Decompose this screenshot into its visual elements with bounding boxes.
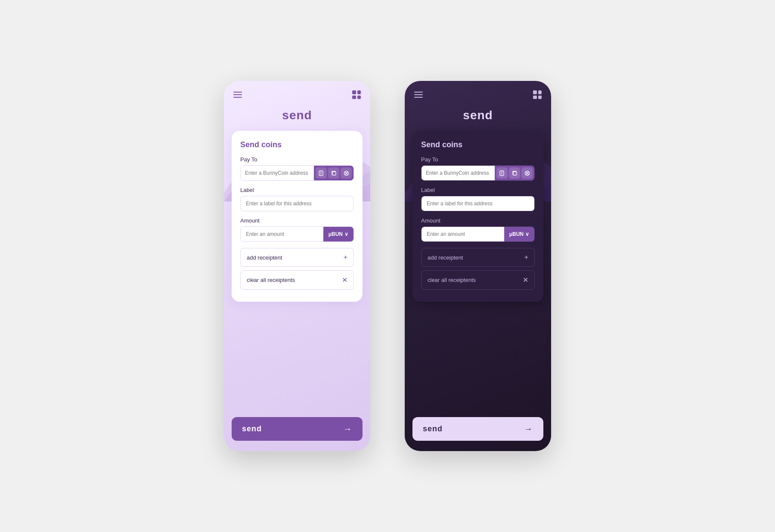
label-section-light: Label <box>240 187 354 211</box>
currency-chevron-dark: ∨ <box>525 231 529 237</box>
currency-button-dark[interactable]: μBUN ∨ <box>504 227 534 241</box>
add-recipient-row-dark[interactable]: add receiptent + <box>421 248 535 267</box>
send-card-light: Send coins Pay To <box>232 131 363 302</box>
amount-input-dark[interactable] <box>422 227 504 241</box>
arrow-icon-light: → <box>343 424 352 434</box>
address-input-dark[interactable] <box>422 166 495 180</box>
send-button-dark[interactable]: send → <box>412 417 543 441</box>
currency-button-light[interactable]: μBUN ∨ <box>323 227 353 241</box>
card-title-dark: Send coins <box>421 140 535 149</box>
page-wrapper: send Send coins Pay To <box>0 55 775 477</box>
svg-rect-18 <box>513 172 517 175</box>
send-card-dark: Send coins Pay To <box>412 131 543 302</box>
address-input-row-dark <box>421 165 535 181</box>
add-recipient-text-dark: add receiptent <box>428 254 463 261</box>
clear-address-icon-dark[interactable] <box>521 167 533 179</box>
add-icon-dark[interactable]: + <box>524 254 528 261</box>
pay-to-section-light: Pay To <box>240 156 354 181</box>
pay-to-label-dark: Pay To <box>421 156 535 163</box>
close-icon-light[interactable]: ✕ <box>342 276 347 284</box>
send-btn-label-dark: send <box>423 424 443 433</box>
send-btn-label-light: send <box>242 424 262 433</box>
close-icon-dark[interactable]: ✕ <box>523 276 528 284</box>
amount-row-light: μBUN ∨ <box>240 226 354 242</box>
add-recipient-text-light: add receiptent <box>247 254 282 261</box>
clear-all-row-dark[interactable]: clear all receiptents ✕ <box>421 270 535 290</box>
amount-section-dark: Amount μBUN ∨ <box>421 217 535 242</box>
pay-to-label-light: Pay To <box>240 156 354 163</box>
grid-icon-dark[interactable] <box>533 90 542 99</box>
amount-label-light: Amount <box>240 217 354 224</box>
label-label-dark: Label <box>421 187 535 193</box>
send-btn-area-dark: send → <box>405 408 551 451</box>
copy-icon-light[interactable] <box>328 167 339 179</box>
amount-section-light: Amount μBUN ∨ <box>240 217 354 242</box>
clear-all-row-light[interactable]: clear all receiptents ✕ <box>240 270 354 290</box>
label-label-light: Label <box>240 187 354 193</box>
label-section-dark: Label <box>421 187 535 211</box>
page-title-light: send <box>224 104 370 131</box>
amount-label-dark: Amount <box>421 217 535 224</box>
address-icon-group-light <box>314 166 353 180</box>
hamburger-icon-dark[interactable] <box>414 92 423 98</box>
card-title-light: Send coins <box>240 140 354 149</box>
phone-light: send Send coins Pay To <box>224 81 370 451</box>
header-dark <box>405 81 551 104</box>
address-book-icon-dark[interactable] <box>496 167 508 179</box>
clear-all-text-dark: clear all receiptents <box>428 277 476 283</box>
address-input-row-light <box>240 165 354 181</box>
clear-address-icon-light[interactable] <box>341 167 352 179</box>
grid-icon-light[interactable] <box>352 90 361 99</box>
svg-rect-7 <box>332 172 336 175</box>
hamburger-icon-light[interactable] <box>233 92 242 98</box>
arrow-icon-dark: → <box>524 424 533 434</box>
phone-dark: send Send coins Pay To <box>405 81 551 451</box>
address-book-icon-light[interactable] <box>316 167 327 179</box>
clear-all-text-light: clear all receiptents <box>247 277 295 283</box>
page-title-dark: send <box>405 104 551 131</box>
copy-icon-dark[interactable] <box>509 167 520 179</box>
send-btn-area-light: send → <box>224 408 370 451</box>
add-icon-light[interactable]: + <box>344 254 347 261</box>
add-recipient-row-light[interactable]: add receiptent + <box>240 248 354 267</box>
header-light <box>224 81 370 104</box>
address-icon-group-dark <box>495 166 534 180</box>
label-input-light[interactable] <box>240 196 354 211</box>
currency-chevron-light: ∨ <box>344 231 348 237</box>
label-input-dark[interactable] <box>421 196 535 211</box>
pay-to-section-dark: Pay To <box>421 156 535 181</box>
amount-input-light[interactable] <box>241 227 323 241</box>
send-button-light[interactable]: send → <box>232 417 363 441</box>
address-input-light[interactable] <box>241 166 314 180</box>
amount-row-dark: μBUN ∨ <box>421 226 535 242</box>
